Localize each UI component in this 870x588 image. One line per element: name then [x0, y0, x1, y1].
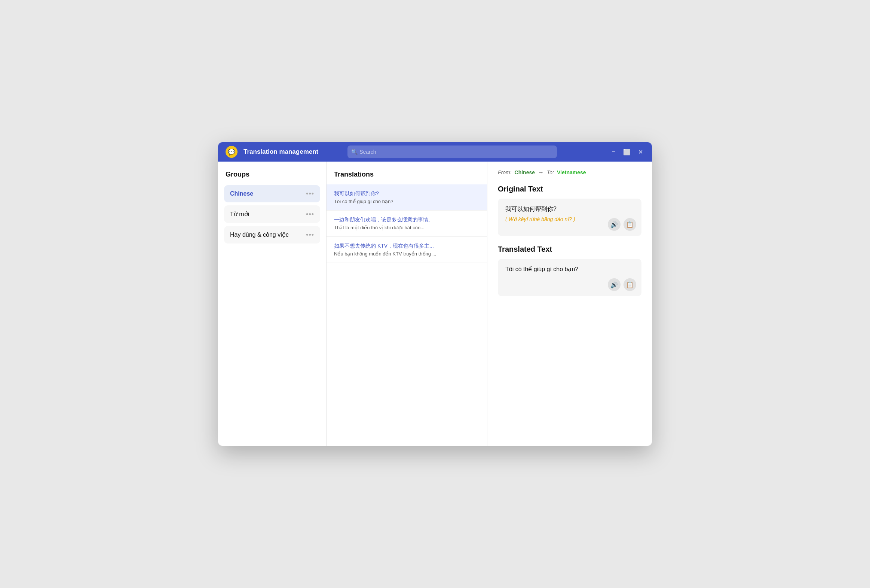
- groups-title: Groups: [224, 171, 320, 179]
- detail-panel: From: Chinese → To: Vietnamese Original …: [487, 162, 652, 446]
- speak-icon-2: 🔊: [611, 281, 618, 289]
- sidebar-item-chinese[interactable]: Chinese •••: [224, 185, 320, 202]
- sidebar-item-hay-dung[interactable]: Hay dùng & công việc •••: [224, 226, 320, 244]
- original-section-title: Original Text: [498, 185, 642, 194]
- group-menu-chinese[interactable]: •••: [306, 191, 314, 197]
- group-label-chinese: Chinese: [230, 191, 253, 197]
- main-content: Groups Chinese ••• Từ mới ••• Hay dùng &…: [218, 162, 652, 446]
- original-text: 我可以如何帮到你?: [505, 205, 634, 213]
- original-text-box: 我可以如何帮到你? ( Wǒ kěyǐ rúhé bāng dào nǐ? ) …: [498, 199, 642, 236]
- translation-item-3[interactable]: 如果不想去传统的 KTV，现在也有很多主... Nếu bạn không mu…: [326, 237, 487, 263]
- to-value: Vietnamese: [557, 170, 586, 176]
- translated-actions: 🔊 📋: [608, 278, 636, 291]
- translation-item-1[interactable]: 我可以如何帮到你? Tôi có thể giúp gì cho bạn?: [326, 185, 487, 211]
- translations-panel: Translations 我可以如何帮到你? Tôi có thể giúp g…: [326, 162, 487, 446]
- maximize-button[interactable]: ⬜: [623, 148, 631, 156]
- speak-icon: 🔊: [611, 221, 618, 228]
- original-copy-button[interactable]: 📋: [624, 218, 636, 231]
- from-label: From:: [498, 170, 512, 176]
- translated-copy-button[interactable]: 📋: [624, 278, 636, 291]
- translated-text-box: Tôi có thể giúp gì cho bạn? 🔊 📋: [498, 259, 642, 296]
- translation-original-2: 一边和朋友们欢唱，该是多么惬意的事情。: [334, 217, 480, 223]
- window-controls: − ⬜ ✕: [609, 148, 645, 156]
- group-label-hay-dung: Hay dùng & công việc: [230, 231, 289, 238]
- app-window: 💬 Translation management 🔍 − ⬜ ✕ Groups …: [218, 142, 652, 446]
- close-button[interactable]: ✕: [636, 148, 645, 156]
- translated-section-title: Translated Text: [498, 245, 642, 254]
- translation-preview-3: Nếu bạn không muốn đến KTV truyền thống …: [334, 251, 480, 257]
- group-menu-hay-dung[interactable]: •••: [306, 232, 314, 238]
- groups-sidebar: Groups Chinese ••• Từ mới ••• Hay dùng &…: [218, 162, 326, 446]
- app-title: Translation management: [243, 148, 318, 156]
- translation-preview-1: Tôi có thể giúp gì cho bạn?: [334, 199, 480, 204]
- from-value: Chinese: [515, 170, 535, 176]
- translated-speak-button[interactable]: 🔊: [608, 278, 621, 291]
- translations-title: Translations: [326, 162, 487, 185]
- search-input[interactable]: [347, 146, 557, 158]
- translation-item-2[interactable]: 一边和朋友们欢唱，该是多么惬意的事情。 Thật là một điều thú…: [326, 211, 487, 237]
- search-container: 🔍: [347, 146, 557, 158]
- to-label: To:: [547, 170, 554, 176]
- minimize-button[interactable]: −: [609, 148, 618, 156]
- language-bar: From: Chinese → To: Vietnamese: [498, 169, 642, 176]
- group-menu-tu-moi[interactable]: •••: [306, 211, 314, 218]
- group-label-tu-moi: Từ mới: [230, 211, 249, 218]
- translation-preview-2: Thật là một điều thú vị khi được hát cùn…: [334, 225, 480, 231]
- sidebar-item-tu-moi[interactable]: Từ mới •••: [224, 205, 320, 223]
- translation-original-3: 如果不想去传统的 KTV，现在也有很多主...: [334, 243, 480, 250]
- translated-text: Tôi có thể giúp gì cho bạn?: [505, 266, 634, 273]
- lang-arrow: →: [538, 169, 544, 176]
- app-logo: 💬: [225, 146, 237, 158]
- translation-list: 我可以如何帮到你? Tôi có thể giúp gì cho bạn? 一边…: [326, 185, 487, 446]
- copy-icon-2: 📋: [626, 281, 634, 289]
- titlebar: 💬 Translation management 🔍 − ⬜ ✕: [218, 142, 652, 162]
- copy-icon: 📋: [626, 221, 634, 228]
- original-actions: 🔊 📋: [608, 218, 636, 231]
- original-speak-button[interactable]: 🔊: [608, 218, 621, 231]
- translation-original-1: 我可以如何帮到你?: [334, 191, 480, 197]
